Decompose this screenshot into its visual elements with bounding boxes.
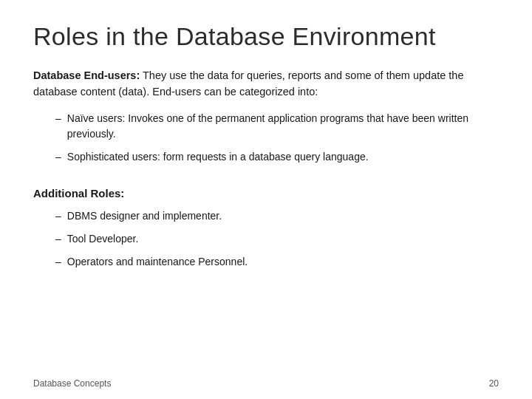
- bullet-dash: –: [55, 111, 61, 126]
- bullet-text: Sophisticated users: form requests in a …: [67, 149, 499, 165]
- slide-title: Roles in the Database Environment: [33, 22, 499, 51]
- bullet-text: Operators and maintenance Personnel.: [67, 254, 499, 270]
- bullet-dash: –: [55, 208, 61, 224]
- footer: Database Concepts 20: [33, 378, 499, 389]
- list-item: – Naïve users: Invokes one of the perman…: [55, 111, 499, 142]
- bullet-text: DBMS designer and implementer.: [67, 208, 499, 224]
- slide-container: Roles in the Database Environment Databa…: [0, 0, 532, 399]
- footer-left-text: Database Concepts: [33, 378, 111, 389]
- bullet-text: Tool Developer.: [67, 231, 499, 247]
- bullet-dash: –: [55, 231, 61, 247]
- list-item: – DBMS designer and implementer.: [55, 208, 499, 224]
- footer-page-number: 20: [489, 378, 499, 389]
- end-user-bullets: – Naïve users: Invokes one of the perman…: [55, 111, 499, 172]
- additional-roles-heading: Additional Roles:: [33, 187, 499, 200]
- bullet-dash: –: [55, 149, 61, 165]
- list-item: – Sophisticated users: form requests in …: [55, 149, 499, 165]
- list-item: – Tool Developer.: [55, 231, 499, 247]
- list-item: – Operators and maintenance Personnel.: [55, 254, 499, 270]
- intro-paragraph: Database End-users: They use the data fo…: [33, 67, 499, 100]
- intro-heading: Database End-users:: [33, 69, 140, 81]
- additional-roles-bullets: – DBMS designer and implementer. – Tool …: [55, 208, 499, 277]
- bullet-dash: –: [55, 254, 61, 270]
- bullet-text: Naïve users: Invokes one of the permanen…: [67, 111, 499, 142]
